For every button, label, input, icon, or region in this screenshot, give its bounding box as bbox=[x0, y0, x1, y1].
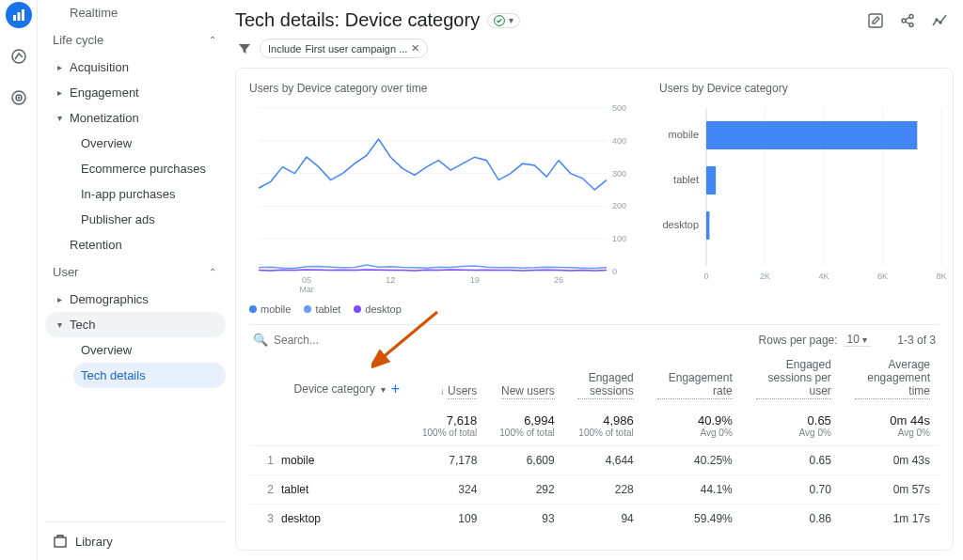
svg-point-12 bbox=[909, 23, 913, 26]
main: Tech details: Device category ▾ Include … bbox=[226, 0, 963, 560]
svg-rect-0 bbox=[13, 15, 16, 21]
search-input[interactable] bbox=[274, 334, 387, 347]
nav-rail bbox=[0, 0, 38, 560]
sidebar-item-tech[interactable]: ▾Tech bbox=[45, 312, 226, 337]
svg-point-6 bbox=[18, 98, 19, 99]
svg-rect-2 bbox=[22, 9, 24, 21]
explore-icon[interactable] bbox=[6, 43, 32, 70]
svg-text:05: 05 bbox=[302, 275, 311, 285]
page-info: 1-3 of 3 bbox=[897, 334, 936, 347]
sidebar-item-mon-overview[interactable]: Overview bbox=[73, 131, 226, 156]
status-badge[interactable]: ▾ bbox=[487, 13, 520, 28]
sidebar-item-tech-details[interactable]: Tech details bbox=[73, 363, 226, 388]
svg-text:2K: 2K bbox=[760, 272, 770, 281]
filter-icon[interactable] bbox=[235, 42, 254, 55]
bar-chart-title: Users by Device category bbox=[659, 82, 951, 95]
sidebar-item-realtime[interactable]: Realtime bbox=[45, 0, 226, 25]
sidebar-item-ecommerce[interactable]: Ecommerce purchases bbox=[73, 156, 226, 181]
svg-text:6K: 6K bbox=[877, 272, 888, 281]
sort-icon[interactable]: ↓ bbox=[440, 386, 445, 397]
filter-chip[interactable]: Include First user campaign ... ✕ bbox=[260, 39, 428, 58]
insights-icon[interactable] bbox=[931, 12, 948, 29]
sidebar-item-acquisition[interactable]: ▸Acquisition bbox=[45, 54, 226, 80]
customize-icon[interactable] bbox=[867, 12, 884, 29]
sidebar-item-retention[interactable]: Retention bbox=[45, 232, 226, 257]
rows-per-page-select[interactable]: 10 ▾ bbox=[844, 333, 872, 347]
svg-point-3 bbox=[12, 50, 25, 63]
sidebar: Realtime Life cycle ⌃ ▸Acquisition ▸Enga… bbox=[38, 0, 226, 560]
svg-text:0: 0 bbox=[612, 267, 617, 276]
add-dimension-button[interactable]: + bbox=[391, 381, 400, 397]
reports-icon[interactable] bbox=[6, 2, 32, 28]
svg-text:12: 12 bbox=[386, 275, 395, 285]
svg-text:tablet: tablet bbox=[673, 174, 699, 185]
svg-rect-7 bbox=[55, 537, 66, 547]
sidebar-item-inapp[interactable]: In-app purchases bbox=[73, 181, 226, 207]
line-chart: Users by Device category over time 01002… bbox=[249, 82, 644, 315]
svg-rect-46 bbox=[706, 166, 716, 194]
dimension-header[interactable]: Device category bbox=[294, 382, 375, 396]
library-icon bbox=[53, 534, 68, 549]
svg-point-11 bbox=[909, 14, 913, 18]
sidebar-item-demographics[interactable]: ▸Demographics bbox=[45, 287, 226, 312]
col-users[interactable]: Users bbox=[448, 384, 477, 399]
svg-point-14 bbox=[939, 22, 941, 23]
chevron-down-icon: ▾ bbox=[509, 15, 513, 25]
svg-rect-9 bbox=[869, 14, 882, 27]
svg-rect-44 bbox=[706, 121, 917, 149]
svg-text:19: 19 bbox=[470, 275, 480, 285]
sidebar-item-tech-overview[interactable]: Overview bbox=[73, 337, 226, 363]
table-row[interactable]: 2tablet 324292228 44.1%0.700m 57s bbox=[249, 475, 939, 505]
chevron-down-icon[interactable]: ▾ bbox=[381, 384, 386, 395]
svg-text:desktop: desktop bbox=[662, 219, 699, 230]
sidebar-section-lifecycle[interactable]: Life cycle ⌃ bbox=[45, 25, 226, 54]
sidebar-item-monetization[interactable]: ▾Monetization bbox=[45, 105, 226, 131]
col-avg-time[interactable]: Average engagement time bbox=[855, 384, 930, 399]
sidebar-section-user[interactable]: User ⌃ bbox=[45, 257, 226, 287]
svg-rect-1 bbox=[17, 12, 20, 21]
svg-text:4K: 4K bbox=[818, 272, 829, 281]
page-title: Tech details: Device category bbox=[235, 9, 480, 31]
line-chart-title: Users by Device category over time bbox=[249, 82, 644, 95]
svg-text:Mar: Mar bbox=[299, 285, 314, 294]
svg-text:300: 300 bbox=[612, 169, 626, 179]
share-icon[interactable] bbox=[899, 12, 916, 29]
search-icon[interactable]: 🔍 bbox=[253, 333, 268, 347]
chevron-up-icon: ⌃ bbox=[209, 35, 216, 45]
svg-text:100: 100 bbox=[612, 234, 626, 243]
sidebar-item-engagement[interactable]: ▸Engagement bbox=[45, 80, 226, 105]
svg-text:0: 0 bbox=[703, 272, 708, 281]
chevron-up-icon: ⌃ bbox=[209, 267, 216, 277]
svg-text:500: 500 bbox=[612, 103, 626, 113]
col-new-users[interactable]: New users bbox=[501, 384, 555, 399]
svg-rect-48 bbox=[706, 211, 709, 240]
svg-point-13 bbox=[936, 19, 938, 21]
svg-text:26: 26 bbox=[554, 275, 563, 285]
svg-text:400: 400 bbox=[612, 136, 626, 146]
advertising-icon[interactable] bbox=[6, 85, 32, 111]
svg-text:mobile: mobile bbox=[669, 129, 699, 140]
col-eng-per-user[interactable]: Engaged sessions per user bbox=[756, 384, 831, 399]
bar-chart: Users by Device category 02K4K6K8Kmobile… bbox=[659, 82, 951, 315]
rows-per-page-label: Rows per page: bbox=[759, 334, 838, 347]
close-icon[interactable]: ✕ bbox=[411, 42, 419, 54]
data-table: 🔍 Rows per page: 10 ▾ 1-3 of 3 bbox=[249, 324, 939, 533]
table-row[interactable]: 3desktop 1099394 59.49%0.861m 17s bbox=[249, 505, 939, 534]
svg-text:8K: 8K bbox=[936, 272, 946, 281]
svg-point-8 bbox=[495, 15, 505, 25]
col-eng-rate[interactable]: Engagement rate bbox=[657, 384, 733, 399]
col-eng-sessions[interactable]: Engaged sessions bbox=[577, 384, 634, 399]
svg-text:200: 200 bbox=[612, 201, 626, 210]
svg-point-10 bbox=[902, 19, 906, 23]
sidebar-item-pubads[interactable]: Publisher ads bbox=[73, 207, 226, 232]
table-row[interactable]: 1mobile 7,1786,6094,644 40.25%0.650m 43s bbox=[249, 446, 939, 475]
chart-legend: mobile tablet desktop bbox=[249, 303, 644, 315]
sidebar-library[interactable]: Library bbox=[45, 521, 226, 560]
